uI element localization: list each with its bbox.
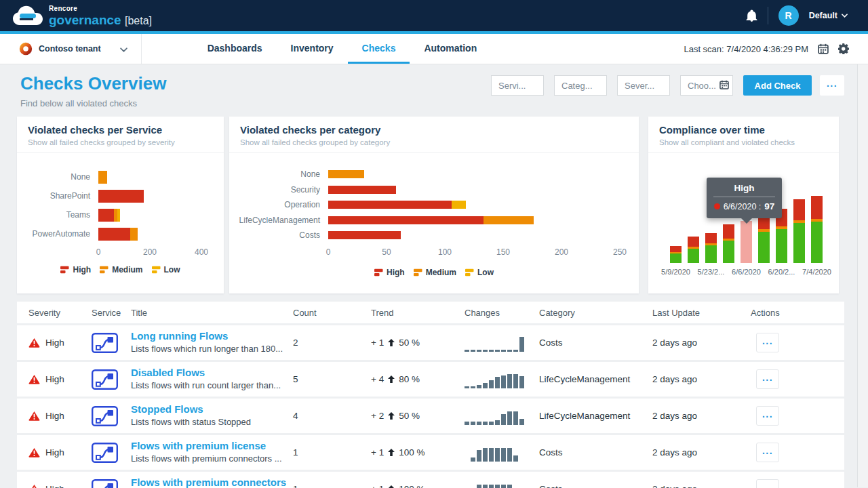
row-actions-button[interactable]: ... <box>756 333 779 352</box>
sparkline-bar <box>477 450 481 462</box>
bar-row: LifeCycleManagement <box>229 213 639 228</box>
chart-column <box>793 199 805 263</box>
sparkline-bar <box>519 419 524 425</box>
tab-checks[interactable]: Checks <box>348 34 410 64</box>
check-description: Lists flows which run longer than 180... <box>131 344 283 354</box>
changes-sparkline <box>465 336 524 352</box>
chart-column <box>758 216 770 263</box>
service-cell <box>92 362 131 396</box>
bar-row: Operation <box>229 197 639 213</box>
column-segment-high <box>793 199 805 220</box>
profile-menu[interactable]: Default <box>809 11 848 20</box>
sparkline-bar <box>501 350 506 352</box>
sparkline-bar <box>507 374 512 388</box>
tenant-label: Contoso tenant <box>39 44 101 54</box>
bar-chart: NoneSecurityOperationLifeCycleManagement… <box>229 153 639 243</box>
bar-row: Costs <box>229 228 639 243</box>
chart-column <box>688 237 699 263</box>
scan-calendar-icon[interactable] <box>818 43 829 54</box>
severity-cell: High <box>28 435 92 470</box>
bar-category-label: None <box>229 169 328 179</box>
actions-cell: ... <box>751 399 844 433</box>
bar-segment-high <box>98 190 144 203</box>
power-automate-icon <box>92 443 118 463</box>
x-axis-tick: 50 <box>382 247 391 257</box>
bar-track <box>328 170 364 178</box>
trend-up-arrow-icon <box>388 412 395 420</box>
x-axis-tick: 200 <box>143 247 157 257</box>
severity-label: High <box>45 447 64 458</box>
bar-category-label: None <box>17 172 98 182</box>
sparkline-bar <box>513 350 518 352</box>
check-title-link[interactable]: Stopped Flows <box>131 403 203 415</box>
row-actions-button[interactable]: ... <box>756 406 779 426</box>
sparkline-bar <box>495 448 500 462</box>
page-title: Checks Overview <box>20 73 166 94</box>
check-title-link[interactable]: Long running Flows <box>131 330 228 342</box>
sparkline-bar <box>465 422 469 425</box>
severity-filter[interactable] <box>617 75 670 96</box>
bar-segment-high <box>328 231 401 239</box>
warning-triangle-icon <box>28 338 40 348</box>
row-actions-button[interactable]: ... <box>756 369 779 389</box>
check-title-link[interactable]: Disabled Flows <box>131 367 205 379</box>
trend-percent: 50 % <box>399 338 420 348</box>
sparkline-bar <box>513 374 518 388</box>
legend-item-high: High <box>374 268 405 277</box>
scrollbar-track[interactable] <box>857 64 868 487</box>
sparkline-bar <box>489 422 494 425</box>
bar-row: SharePoint <box>17 186 224 205</box>
actions-cell: ... <box>751 362 844 396</box>
add-check-button[interactable]: Add Check <box>743 75 812 96</box>
sparkline-bar <box>489 485 494 488</box>
sparkline-bar <box>507 411 512 425</box>
row-actions-button[interactable]: ... <box>756 443 779 462</box>
trend-cell: + 150 % <box>371 325 465 360</box>
trend-cell: + 1100 % <box>371 472 465 488</box>
changes-sparkline <box>465 409 524 425</box>
x-axis-tick: 5/23/2... <box>698 268 725 276</box>
tooltip-date: 6/6/2020 <box>724 202 757 211</box>
notifications-bell-icon[interactable] <box>746 9 757 22</box>
last-update-cell: 2 days ago <box>652 325 751 360</box>
bar-segment-low <box>452 201 466 209</box>
tab-automation[interactable]: Automation <box>410 34 491 64</box>
x-axis-tick: 7/4/2020 <box>802 268 831 276</box>
column-segment-highlighted <box>741 221 752 263</box>
bar-category-label: Costs <box>229 230 328 240</box>
x-axis-tick: 0 <box>96 247 101 257</box>
chart-column <box>811 196 823 263</box>
card-title: Violated checks per category <box>240 124 628 136</box>
check-title-link[interactable]: Flows with premium license <box>131 440 266 452</box>
bar-segment-high <box>328 201 452 209</box>
row-actions-button[interactable]: ... <box>756 479 779 488</box>
bar-segment-medium <box>130 228 138 241</box>
tab-dashboards[interactable]: Dashboards <box>193 34 277 64</box>
tooltip-value: 97 <box>764 201 774 211</box>
sparkline-bar <box>519 376 524 388</box>
column-header-count: Count <box>293 308 371 318</box>
tab-inventory[interactable]: Inventory <box>277 34 348 64</box>
service-cell <box>92 399 131 433</box>
power-automate-icon <box>92 479 118 488</box>
more-options-button[interactable]: ... <box>820 75 844 96</box>
x-axis-tick: 5/9/2020 <box>661 268 690 276</box>
tenant-selector[interactable]: Contoso tenant <box>0 34 142 64</box>
bar-category-label: Operation <box>229 200 328 209</box>
tooltip-series-dot <box>714 203 720 209</box>
chevron-down-icon <box>120 47 127 52</box>
trend-cell: + 480 % <box>371 362 465 396</box>
category-filter[interactable] <box>554 75 607 96</box>
column-segment-compliant <box>811 222 823 263</box>
settings-gear-icon[interactable] <box>838 43 849 54</box>
count-cell: 4 <box>293 399 371 433</box>
check-title-link[interactable]: Flows with premium connectors <box>131 476 286 488</box>
chart-column <box>705 233 717 263</box>
brand-governance: governance <box>49 13 121 27</box>
column-header-changes: Changes <box>465 308 539 318</box>
legend-item-high: High <box>60 265 91 274</box>
user-avatar[interactable]: R <box>778 5 799 26</box>
title-cell: Long running FlowsLists flows which run … <box>131 325 293 360</box>
title-cell: Flows with premium licenseLists flows wi… <box>131 435 293 470</box>
service-filter[interactable] <box>491 75 544 96</box>
